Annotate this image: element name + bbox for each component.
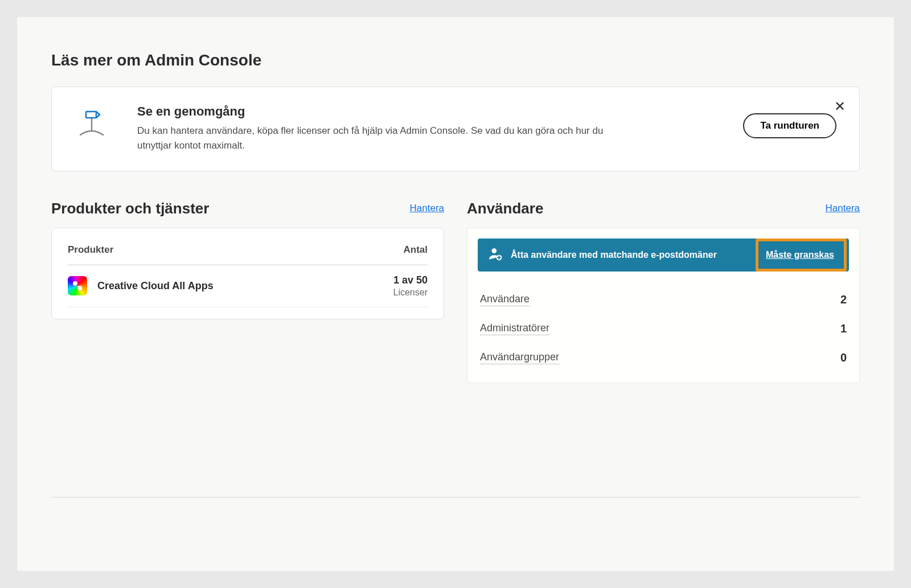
product-row[interactable]: Creative Cloud All Apps 1 av 50 Licenser xyxy=(68,265,428,307)
walkthrough-text: Se en genomgång Du kan hantera användare… xyxy=(137,104,720,154)
users-alert-bar: Åtta användare med matchande e-postdomän… xyxy=(478,239,849,272)
product-name: Creative Cloud All Apps xyxy=(97,280,393,292)
users-title: Användare xyxy=(467,200,543,217)
svg-rect-1 xyxy=(86,112,96,118)
products-title: Produkter och tjänster xyxy=(51,200,209,217)
take-tour-button[interactable]: Ta rundturen xyxy=(743,113,836,138)
products-column: Produkter och tjänster Hantera Produkter… xyxy=(51,200,444,383)
products-col-products: Produkter xyxy=(68,244,113,256)
admins-value: 1 xyxy=(840,322,847,335)
product-licenses-label: Licenser xyxy=(393,287,428,298)
groups-value: 0 xyxy=(840,351,847,364)
must-review-link[interactable]: Måste granskas xyxy=(766,250,834,260)
products-header: Produkter och tjänster Hantera xyxy=(51,200,444,217)
products-col-count: Antal xyxy=(404,244,428,256)
signpost-icon xyxy=(75,108,114,144)
page-title: Läs mer om Admin Console xyxy=(51,51,860,69)
users-row: Användare 2 xyxy=(478,285,849,314)
products-panel: Produkter Antal Creative Cloud All Apps … xyxy=(51,228,444,319)
product-count-value: 1 av 50 xyxy=(393,274,428,286)
svg-point-2 xyxy=(492,248,497,253)
close-icon[interactable]: ✕ xyxy=(834,100,846,113)
admin-console-panel: Läs mer om Admin Console Se en genomgång… xyxy=(17,17,894,571)
creative-cloud-icon xyxy=(68,276,87,295)
groups-row: Användargrupper 0 xyxy=(478,343,849,372)
users-panel: Åtta användare med matchande e-postdomän… xyxy=(467,228,860,383)
dashboard-columns: Produkter och tjänster Hantera Produkter… xyxy=(51,200,860,383)
users-column: Användare Hantera Åtta användare med mat… xyxy=(467,200,860,383)
walkthrough-card: Se en genomgång Du kan hantera användare… xyxy=(51,87,860,171)
admins-row: Administratörer 1 xyxy=(478,314,849,343)
product-count: 1 av 50 Licenser xyxy=(393,274,428,298)
products-table-header: Produkter Antal xyxy=(68,244,428,265)
products-manage-link[interactable]: Hantera xyxy=(410,203,444,214)
alert-text: Åtta användare med matchande e-postdomän… xyxy=(511,250,753,260)
add-user-icon xyxy=(488,246,503,264)
admins-label[interactable]: Administratörer xyxy=(480,322,549,335)
users-label[interactable]: Användare xyxy=(480,293,530,306)
users-value: 2 xyxy=(840,293,847,306)
users-manage-link[interactable]: Hantera xyxy=(826,203,860,214)
groups-label[interactable]: Användargrupper xyxy=(480,351,559,364)
walkthrough-title: Se en genomgång xyxy=(137,104,720,119)
users-header: Användare Hantera xyxy=(467,200,860,217)
spacer xyxy=(51,497,860,504)
walkthrough-description: Du kan hantera användare, köpa fler lice… xyxy=(137,124,604,154)
